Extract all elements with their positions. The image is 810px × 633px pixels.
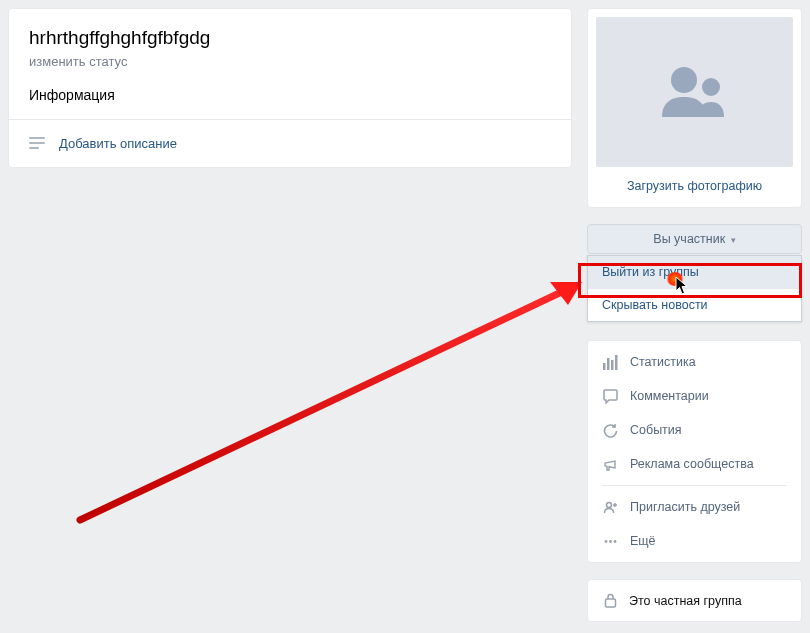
add-description-link[interactable]: Добавить описание — [59, 136, 177, 151]
svg-point-3 — [671, 67, 697, 93]
member-button-wrap: Вы участник ▾ Выйти из группы Скрывать н… — [587, 224, 802, 254]
refresh-icon — [602, 422, 618, 438]
nav-comments[interactable]: Комментарии — [588, 379, 801, 413]
nav-more[interactable]: Ещё — [588, 524, 801, 558]
svg-rect-5 — [603, 363, 606, 370]
svg-rect-0 — [29, 137, 45, 139]
nav-community-ads[interactable]: Реклама сообщества — [588, 447, 801, 481]
change-status-link[interactable]: изменить статус — [29, 54, 127, 69]
community-photo-placeholder[interactable] — [596, 17, 793, 167]
svg-rect-6 — [607, 358, 610, 370]
dropdown-hide-news[interactable]: Скрывать новости — [588, 289, 801, 321]
nav-label: Пригласить друзей — [630, 500, 740, 514]
svg-point-11 — [609, 540, 612, 543]
svg-rect-2 — [29, 147, 39, 149]
description-lines-icon — [29, 137, 45, 149]
dropdown-leave-group[interactable]: Выйти из группы — [588, 256, 801, 289]
nav-label: Ещё — [630, 534, 656, 548]
people-placeholder-icon — [656, 62, 734, 122]
upload-photo-link[interactable]: Загрузить фотографию — [627, 179, 762, 193]
member-dropdown: Выйти из группы Скрывать новости — [587, 255, 802, 322]
nav-invite-friends[interactable]: Пригласить друзей — [588, 490, 801, 524]
nav-label: Комментарии — [630, 389, 709, 403]
dots-horizontal-icon — [602, 533, 618, 549]
nav-events[interactable]: События — [588, 413, 801, 447]
privacy-card: Это частная группа — [587, 579, 802, 622]
svg-point-9 — [606, 502, 611, 507]
lock-icon — [604, 593, 617, 608]
megaphone-icon — [602, 456, 618, 472]
svg-rect-8 — [615, 355, 618, 370]
svg-point-10 — [604, 540, 607, 543]
nav-label: События — [630, 423, 682, 437]
nav-separator — [602, 485, 787, 486]
chart-bar-icon — [602, 354, 618, 370]
svg-point-4 — [702, 78, 720, 96]
group-title: hrhrthgffghghfgfbfgdg — [29, 27, 551, 50]
photo-card: Загрузить фотографию — [587, 8, 802, 208]
comment-bubble-icon — [602, 388, 618, 404]
nav-statistics[interactable]: Статистика — [588, 345, 801, 379]
svg-rect-7 — [611, 360, 614, 370]
member-status-button[interactable]: Вы участник ▾ — [587, 224, 802, 254]
group-header-card: hrhrthgffghghfgfbfgdg изменить статус Ин… — [8, 8, 572, 168]
info-section-label: Информация — [9, 69, 571, 120]
nav-label: Статистика — [630, 355, 696, 369]
add-description-row[interactable]: Добавить описание — [29, 120, 551, 167]
privacy-label: Это частная группа — [629, 594, 742, 608]
svg-rect-13 — [606, 599, 616, 607]
chevron-down-icon: ▾ — [731, 235, 736, 245]
member-status-label: Вы участник — [653, 232, 725, 246]
svg-rect-1 — [29, 142, 45, 144]
person-plus-icon — [602, 499, 618, 515]
nav-label: Реклама сообщества — [630, 457, 754, 471]
svg-point-12 — [613, 540, 616, 543]
side-nav-card: Статистика Комментарии События Реклама с… — [587, 340, 802, 563]
